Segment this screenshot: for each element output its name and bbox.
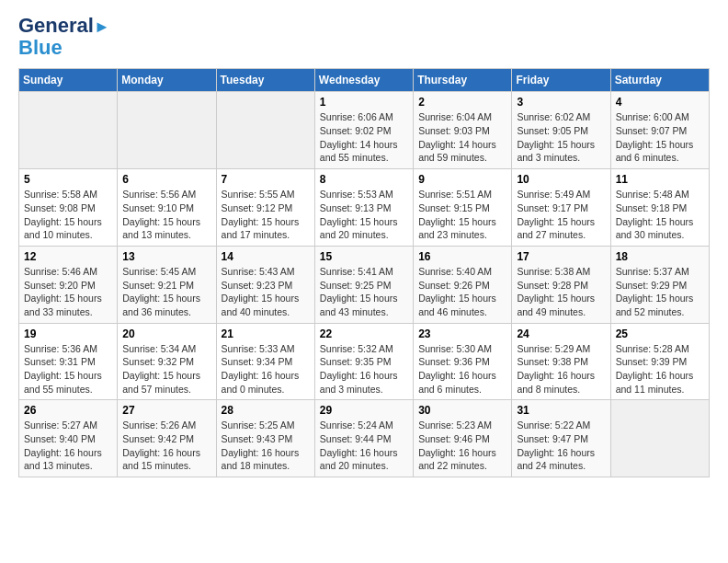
weekday-header-monday: Monday [118, 69, 216, 92]
day-info-line: Sunrise: 6:02 AM [517, 110, 605, 124]
day-info-line: Sunset: 9:15 PM [418, 201, 506, 215]
week-row-5: 26Sunrise: 5:27 AMSunset: 9:40 PMDayligh… [19, 400, 710, 477]
day-cell: 18Sunrise: 5:37 AMSunset: 9:29 PMDayligh… [610, 246, 709, 323]
day-info-line: Sunrise: 5:37 AM [616, 265, 704, 279]
day-info-line: and 0 minutes. [222, 383, 310, 396]
day-cell: 13Sunrise: 5:45 AMSunset: 9:21 PMDayligh… [118, 246, 216, 323]
day-cell: 16Sunrise: 5:40 AMSunset: 9:26 PMDayligh… [414, 246, 512, 323]
weekday-header-row: SundayMondayTuesdayWednesdayThursdayFrid… [19, 69, 710, 92]
day-info-line: Sunset: 9:40 PM [24, 432, 112, 446]
day-info-line: Daylight: 16 hours [24, 446, 112, 460]
day-cell: 14Sunrise: 5:43 AMSunset: 9:23 PMDayligh… [216, 246, 314, 323]
weekday-header-sunday: Sunday [19, 69, 118, 92]
day-info-line: Sunset: 9:23 PM [222, 279, 310, 293]
day-info-line: Sunset: 9:38 PM [517, 355, 605, 369]
day-info-line: Daylight: 14 hours [418, 138, 506, 152]
day-info-line: and 57 minutes. [122, 383, 210, 396]
day-info-line: Sunset: 9:05 PM [517, 124, 605, 138]
day-info-line: Sunrise: 5:45 AM [122, 265, 210, 279]
day-info-line: and 3 minutes. [517, 151, 605, 165]
day-cell: 23Sunrise: 5:30 AMSunset: 9:36 PMDayligh… [414, 323, 512, 400]
day-info-line: Daylight: 15 hours [616, 215, 704, 229]
day-info-line: Sunrise: 5:43 AM [222, 265, 310, 279]
week-row-4: 19Sunrise: 5:36 AMSunset: 9:31 PMDayligh… [19, 323, 710, 400]
logo-blue: Blue [18, 37, 63, 59]
day-cell: 12Sunrise: 5:46 AMSunset: 9:20 PMDayligh… [19, 246, 118, 323]
day-info-line: Sunrise: 5:28 AM [616, 342, 704, 356]
day-info-line: Sunrise: 5:53 AM [320, 188, 408, 201]
day-info-line: and 46 minutes. [418, 305, 506, 319]
day-cell: 11Sunrise: 5:48 AMSunset: 9:18 PMDayligh… [610, 169, 709, 247]
day-cell: 19Sunrise: 5:36 AMSunset: 9:31 PMDayligh… [19, 323, 118, 400]
day-info-line: Sunset: 9:03 PM [418, 124, 506, 138]
day-info-line: Sunrise: 5:46 AM [24, 265, 112, 279]
day-number: 13 [122, 250, 210, 263]
day-info-line: Sunrise: 5:55 AM [222, 188, 310, 201]
day-info-line: Sunset: 9:10 PM [122, 201, 210, 215]
day-number: 24 [517, 327, 605, 340]
day-info-line: and 27 minutes. [517, 228, 605, 242]
day-info-line: Daylight: 16 hours [122, 446, 210, 460]
day-info-line: Sunset: 9:42 PM [122, 432, 210, 446]
day-info-line: and 36 minutes. [122, 305, 210, 319]
day-number: 29 [320, 404, 408, 417]
day-info-line: Sunrise: 6:04 AM [418, 110, 506, 124]
day-info-line: Sunrise: 5:26 AM [122, 419, 210, 432]
weekday-header-wednesday: Wednesday [314, 69, 413, 92]
week-row-3: 12Sunrise: 5:46 AMSunset: 9:20 PMDayligh… [19, 246, 710, 323]
day-number: 2 [418, 96, 506, 109]
day-cell [216, 92, 314, 169]
day-info-line: Sunset: 9:29 PM [616, 279, 704, 293]
day-info-line: and 59 minutes. [418, 151, 506, 165]
day-number: 4 [616, 96, 704, 109]
day-info-line: Sunrise: 6:06 AM [320, 110, 408, 124]
day-info-line: Daylight: 15 hours [616, 138, 704, 152]
day-info-line: Daylight: 15 hours [418, 215, 506, 229]
day-cell: 2Sunrise: 6:04 AMSunset: 9:03 PMDaylight… [414, 92, 512, 169]
day-info-line: Daylight: 15 hours [517, 292, 605, 305]
day-info-line: Sunset: 9:47 PM [517, 432, 605, 446]
day-info-line: and 22 minutes. [418, 459, 506, 473]
logo: General► Blue [18, 15, 110, 59]
day-info-line: Daylight: 16 hours [320, 446, 408, 460]
day-info-line: Sunset: 9:46 PM [418, 432, 506, 446]
day-info-line: Daylight: 14 hours [320, 138, 408, 152]
day-cell: 29Sunrise: 5:24 AMSunset: 9:44 PMDayligh… [314, 400, 413, 477]
day-info-line: Daylight: 16 hours [418, 446, 506, 460]
day-number: 15 [320, 250, 408, 263]
day-info-line: Sunset: 9:07 PM [616, 124, 704, 138]
day-info-line: Sunrise: 5:34 AM [122, 342, 210, 356]
day-number: 14 [222, 250, 310, 263]
day-cell: 7Sunrise: 5:55 AMSunset: 9:12 PMDaylight… [216, 169, 314, 247]
day-cell: 28Sunrise: 5:25 AMSunset: 9:43 PMDayligh… [216, 400, 314, 477]
day-info-line: Sunrise: 5:36 AM [24, 342, 112, 356]
day-info-line: and 18 minutes. [222, 459, 310, 473]
day-info-line: Daylight: 16 hours [616, 369, 704, 383]
day-info-line: and 43 minutes. [320, 305, 408, 319]
day-info-line: and 52 minutes. [616, 305, 704, 319]
day-info-line: and 10 minutes. [24, 228, 112, 242]
day-info-line: Sunset: 9:35 PM [320, 355, 408, 369]
day-info-line: Sunrise: 5:27 AM [24, 419, 112, 432]
day-cell: 3Sunrise: 6:02 AMSunset: 9:05 PMDaylight… [512, 92, 610, 169]
day-number: 17 [517, 250, 605, 263]
day-info-line: Sunrise: 5:23 AM [418, 419, 506, 432]
day-info-line: Daylight: 15 hours [222, 292, 310, 305]
day-info-line: Sunrise: 5:51 AM [418, 188, 506, 201]
day-cell: 26Sunrise: 5:27 AMSunset: 9:40 PMDayligh… [19, 400, 118, 477]
header: General► Blue [18, 15, 710, 59]
day-info-line: Daylight: 15 hours [517, 138, 605, 152]
day-info-line: and 20 minutes. [320, 459, 408, 473]
week-row-2: 5Sunrise: 5:58 AMSunset: 9:08 PMDaylight… [19, 169, 710, 247]
day-info-line: Daylight: 15 hours [320, 292, 408, 305]
day-info-line: Sunset: 9:26 PM [418, 279, 506, 293]
weekday-header-tuesday: Tuesday [216, 69, 314, 92]
weekday-header-thursday: Thursday [414, 69, 512, 92]
day-number: 28 [222, 404, 310, 417]
day-number: 8 [320, 173, 408, 186]
day-info-line: Sunrise: 6:00 AM [616, 110, 704, 124]
day-info-line: Sunrise: 5:58 AM [24, 188, 112, 201]
day-info-line: and 24 minutes. [517, 459, 605, 473]
day-cell: 21Sunrise: 5:33 AMSunset: 9:34 PMDayligh… [216, 323, 314, 400]
day-info-line: Sunrise: 5:56 AM [122, 188, 210, 201]
